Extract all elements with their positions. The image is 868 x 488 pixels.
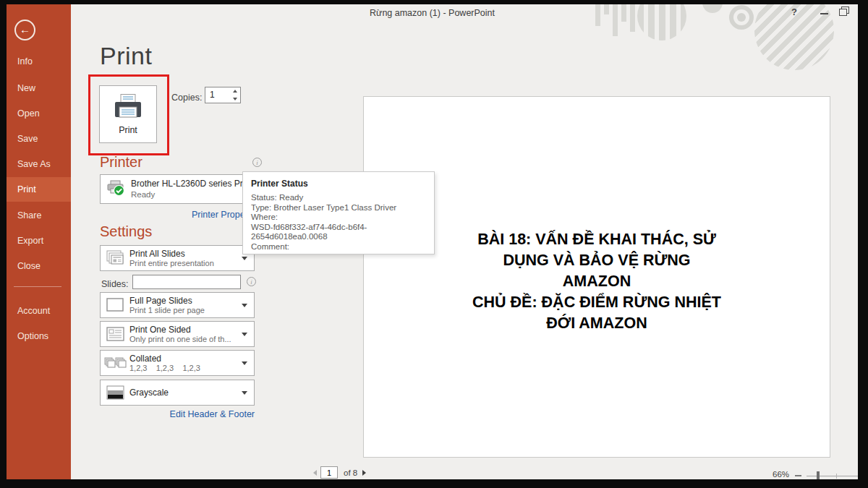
copies-decrement-icon[interactable] <box>229 95 240 103</box>
printer-info-icon[interactable]: i <box>252 158 262 167</box>
tooltip-line: Type: Brother Laser Type1 Class Driver <box>251 203 426 213</box>
window-title: Rừng amazon (1) - PowerPoint <box>7 4 858 23</box>
slide-preview: BÀI 18: VẤN ĐỀ KHAI THÁC, SỬ DỤNG VÀ BẢO… <box>363 96 830 458</box>
printer-icon <box>112 93 144 121</box>
back-icon: ← <box>20 23 30 35</box>
dropdown-title: Collated <box>129 354 242 364</box>
printer-status: Ready <box>131 189 252 200</box>
settings-section-heading: Settings <box>100 223 152 240</box>
screen: Rừng amazon (1) - PowerPoint ? ← Info Ne… <box>0 0 868 488</box>
dropdown-subtitle: Print entire presentation <box>129 259 242 268</box>
next-page-icon[interactable] <box>362 470 366 476</box>
dropdown-subtitle: Print 1 slide per page <box>129 306 242 315</box>
copies-stepper[interactable]: 1 <box>205 87 241 103</box>
printer-status-icon <box>106 179 125 197</box>
print-button[interactable]: Print <box>99 85 157 143</box>
color-mode-dropdown[interactable]: Grayscale <box>100 380 255 406</box>
zoom-level: 66% <box>773 470 789 479</box>
grayscale-icon <box>101 385 129 401</box>
restore-front-square <box>839 9 847 16</box>
printer-section-heading: Printer <box>100 154 142 171</box>
minimize-bar <box>820 13 828 14</box>
page-total-label: of 8 <box>344 468 357 477</box>
restore-icon[interactable] <box>835 4 851 20</box>
dropdown-title: Print One Sided <box>129 325 242 335</box>
chevron-down-icon <box>242 257 247 260</box>
page-title: Print <box>100 42 152 70</box>
sidebar-item-share[interactable]: Share <box>7 203 71 228</box>
print-button-label: Print <box>100 125 156 135</box>
back-button[interactable]: ← <box>14 20 35 40</box>
current-page-input[interactable] <box>320 466 338 479</box>
chevron-down-icon <box>242 361 247 365</box>
sidebar-item-info[interactable]: Info <box>7 49 71 74</box>
sidebar-item-open[interactable]: Open <box>7 101 71 126</box>
backstage-sidebar: ← Info New Open Save Save As Print Share… <box>7 4 71 479</box>
copies-label: Copies: <box>171 93 202 103</box>
minimize-icon[interactable] <box>817 4 833 20</box>
dropdown-subtitle: Only print on one side of th... <box>129 335 242 344</box>
chevron-down-icon <box>242 304 247 307</box>
dropdown-title: Print All Slides <box>129 249 242 259</box>
print-sides-dropdown[interactable]: Print One Sided Only print on one side o… <box>100 321 255 347</box>
full-page-slides-icon <box>101 297 129 313</box>
sidebar-item-close[interactable]: Close <box>7 254 71 278</box>
printer-name: Brother HL-L2360D series Pri... <box>131 179 252 189</box>
tooltip-title: Printer Status <box>251 179 426 189</box>
zoom-slider-handle[interactable] <box>817 471 820 479</box>
slides-input[interactable] <box>132 275 241 289</box>
print-one-sided-icon <box>101 326 129 342</box>
previous-page-icon[interactable] <box>313 470 317 476</box>
powerpoint-backstage-window: Rừng amazon (1) - PowerPoint ? ← Info Ne… <box>7 4 858 479</box>
sidebar-item-new[interactable]: New <box>7 76 71 100</box>
tooltip-line: WSD-fd68f332-af74-46dc-b6f4-2654d6018ea0… <box>251 223 426 242</box>
slides-label: Slides: <box>101 279 129 289</box>
zoom-slider-tick <box>836 474 837 479</box>
sidebar-divider <box>14 286 61 287</box>
tooltip-line: Status: Ready <box>251 193 426 203</box>
printer-status-tooltip: Printer Status Status: Ready Type: Broth… <box>242 171 435 254</box>
collated-icon <box>101 355 129 371</box>
sidebar-item-export[interactable]: Export <box>7 228 71 253</box>
sidebar-item-save[interactable]: Save <box>7 127 71 151</box>
print-all-slides-icon <box>101 249 129 267</box>
print-range-dropdown[interactable]: Print All Slides Print entire presentati… <box>100 245 255 271</box>
slides-info-icon[interactable]: i <box>247 277 256 286</box>
dropdown-title: Full Page Slides <box>129 296 242 306</box>
dropdown-subtitle: 1,2,3 1,2,3 1,2,3 <box>129 364 242 373</box>
printer-select-dropdown[interactable]: Brother HL-L2360D series Pri... Ready <box>100 174 255 204</box>
copies-increment-icon[interactable] <box>229 87 240 95</box>
sidebar-item-options[interactable]: Options <box>7 324 71 348</box>
sidebar-item-save-as[interactable]: Save As <box>7 152 71 176</box>
chevron-down-icon <box>242 333 247 336</box>
zoom-slider-track[interactable] <box>807 476 858 476</box>
chevron-down-icon <box>242 391 247 395</box>
help-icon[interactable]: ? <box>786 4 802 20</box>
print-layout-dropdown[interactable]: Full Page Slides Print 1 slide per page <box>100 292 255 318</box>
tooltip-line: Comment: <box>251 242 426 252</box>
sidebar-item-print[interactable]: Print <box>7 177 71 202</box>
dropdown-title: Grayscale <box>129 388 242 398</box>
zoom-out-icon[interactable] <box>795 475 801 476</box>
collation-dropdown[interactable]: Collated 1,2,3 1,2,3 1,2,3 <box>100 350 255 376</box>
sidebar-item-account[interactable]: Account <box>7 299 71 323</box>
tooltip-line: Where: <box>251 213 426 223</box>
copies-value[interactable]: 1 <box>205 87 229 103</box>
edit-header-footer-link[interactable]: Edit Header & Footer <box>100 409 255 419</box>
